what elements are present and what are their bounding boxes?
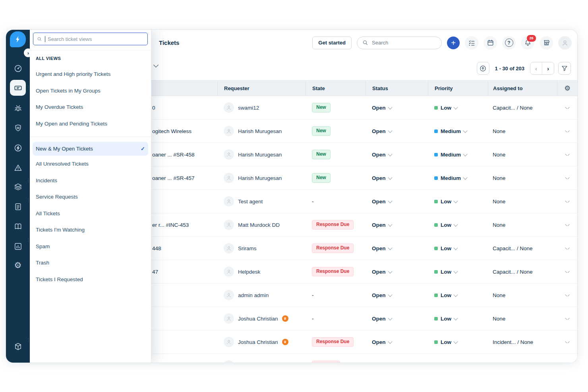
requester-cell: admin admin	[217, 290, 306, 300]
status-dropdown[interactable]: Open	[366, 292, 428, 298]
workspace-more-dots[interactable]: ⋮	[26, 338, 29, 342]
get-started-button[interactable]: Get started	[312, 37, 352, 49]
status-dropdown[interactable]: Open	[366, 339, 428, 345]
sidebar-item-releases[interactable]	[6, 142, 30, 154]
status-dropdown[interactable]: Open	[366, 245, 428, 251]
bar-chart-icon	[14, 242, 23, 251]
gear-icon: ⚙	[14, 261, 22, 269]
row-expand[interactable]	[557, 130, 577, 132]
chevron-down-icon	[565, 318, 569, 320]
freshservice-logo[interactable]	[10, 31, 26, 47]
priority-dropdown[interactable]: Low	[428, 199, 488, 205]
view-item-label: My Open and Pending Tickets	[36, 121, 107, 127]
vip-crown-icon: ♛	[282, 339, 288, 345]
requester-cell: Harish Murugesan	[217, 149, 306, 160]
priority-dropdown[interactable]: Low	[428, 105, 488, 111]
status-dropdown[interactable]: Open	[366, 152, 428, 158]
row-expand[interactable]	[557, 224, 577, 226]
assets-more-dots[interactable]: ⋮	[26, 178, 29, 183]
analytics-more-dots[interactable]: ⋮	[26, 238, 29, 242]
view-selector-chevron-icon[interactable]	[153, 62, 159, 68]
status-dropdown[interactable]: Open	[366, 105, 428, 111]
tasks-button[interactable]	[465, 36, 478, 50]
views-search-input[interactable]	[48, 36, 144, 42]
calendar-button[interactable]	[484, 36, 497, 50]
row-expand[interactable]	[557, 341, 577, 343]
sidebar-item-dashboard[interactable]	[6, 62, 30, 74]
next-page-button[interactable]: ›	[542, 62, 554, 74]
view-item[interactable]: Spam	[30, 238, 151, 255]
priority-dropdown[interactable]: Low	[428, 363, 488, 363]
ticket-views-dropdown: ALL VIEWS Urgent and High priority Ticke…	[30, 30, 151, 363]
chevron-down-icon	[453, 245, 458, 250]
view-item[interactable]: Trash	[30, 255, 151, 271]
status-dropdown[interactable]: Open	[366, 222, 428, 228]
priority-dropdown[interactable]: Low	[428, 245, 488, 251]
priority-dropdown[interactable]: Low	[428, 222, 488, 228]
row-expand[interactable]	[557, 177, 577, 179]
views-search-field[interactable]	[33, 33, 148, 45]
view-item[interactable]: All Tickets	[30, 205, 151, 222]
marketplace-button[interactable]	[540, 36, 553, 50]
bug-icon	[14, 104, 23, 113]
view-item[interactable]: Open Tickets in My Groups	[30, 83, 151, 99]
tickets-more-dots[interactable]: ⋮	[26, 85, 29, 90]
row-expand[interactable]	[557, 294, 577, 296]
priority-dropdown[interactable]: Low	[428, 269, 488, 275]
row-expand[interactable]	[557, 107, 577, 109]
view-item[interactable]: Incidents	[30, 172, 151, 189]
sidebar-item-admin[interactable]: ⚙	[6, 259, 30, 271]
status-dropdown[interactable]: Open	[366, 175, 428, 181]
requester-cell: Harish Murugesan	[217, 173, 306, 183]
view-item[interactable]: All Unresolved Tickets	[30, 156, 151, 172]
sidebar-item-changes[interactable]	[6, 122, 30, 134]
global-search[interactable]: Search	[357, 37, 442, 49]
priority-dropdown[interactable]: Medium	[428, 175, 488, 181]
row-expand[interactable]	[557, 201, 577, 203]
status-dropdown[interactable]: Open	[366, 363, 428, 363]
view-item[interactable]: Urgent and High priority Tickets	[30, 66, 151, 83]
chevron-down-icon	[388, 105, 392, 109]
row-expand[interactable]	[557, 247, 577, 249]
priority-dropdown[interactable]: Low	[428, 316, 488, 322]
row-expand[interactable]	[557, 154, 577, 156]
profile-button[interactable]	[558, 36, 572, 50]
new-ticket-button[interactable]: +	[447, 37, 460, 49]
status-dropdown[interactable]: Open	[366, 316, 428, 322]
assigned-to: Capacit... / None	[488, 245, 557, 251]
previous-page-button[interactable]: ‹	[530, 62, 542, 74]
status-dropdown[interactable]: Open	[366, 269, 428, 275]
priority-dropdown[interactable]: Low	[428, 292, 488, 298]
notifications-button[interactable]: 26	[521, 36, 534, 50]
view-item[interactable]: Tickets I Requested	[30, 271, 151, 288]
status-dropdown[interactable]: Open	[366, 128, 428, 134]
status-value: Open	[372, 128, 386, 134]
sidebar-item-tickets[interactable]	[10, 80, 26, 96]
calendar-icon	[487, 39, 494, 46]
table-settings-gear-icon[interactable]: ⚙	[557, 81, 577, 96]
view-item[interactable]: My Open and Pending Tickets	[30, 116, 151, 132]
priority-dropdown[interactable]: Medium	[428, 152, 488, 158]
priority-dropdown[interactable]: Low	[428, 339, 488, 345]
row-expand[interactable]	[557, 271, 577, 273]
chevron-down-icon	[463, 128, 467, 133]
chevron-down-icon	[453, 269, 458, 273]
view-item[interactable]: Tickets I'm Watching	[30, 222, 151, 238]
view-item-selected[interactable]: New & My Open Tickets ✓	[33, 142, 148, 156]
filter-button[interactable]	[558, 62, 571, 75]
view-item-label: Service Requests	[36, 194, 78, 200]
sidebar-item-problems[interactable]	[6, 102, 30, 114]
status-dropdown[interactable]: Open	[366, 199, 428, 205]
view-item[interactable]: Service Requests	[30, 189, 151, 205]
sidebar-item-solutions[interactable]	[6, 220, 30, 232]
export-button[interactable]	[477, 62, 489, 75]
row-expand[interactable]	[557, 318, 577, 320]
priority-dot	[434, 153, 438, 156]
view-item[interactable]: My Overdue Tickets	[30, 99, 151, 116]
sidebar-item-alerts[interactable]	[6, 162, 30, 174]
catalog-more-dots[interactable]: ⋮	[26, 198, 29, 203]
state-cell: -	[306, 292, 366, 298]
priority-dropdown[interactable]: Medium	[428, 128, 488, 134]
help-button[interactable]: ?	[502, 36, 516, 50]
table-controls: 1 - 30 of 203 ‹ ›	[477, 62, 571, 75]
